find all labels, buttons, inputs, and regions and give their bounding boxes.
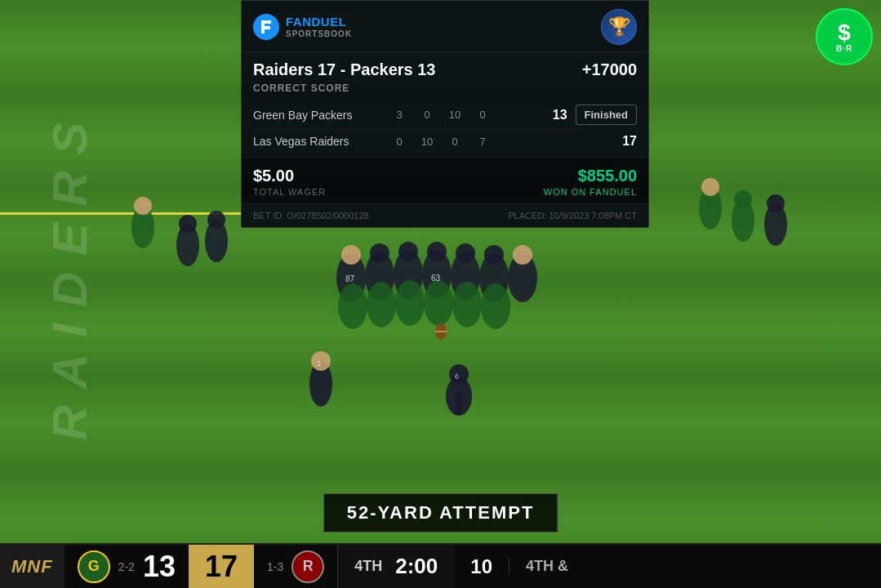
svg-point-8: [370, 243, 389, 263]
svg-text:87: 87: [345, 274, 355, 283]
packers-score: 13: [143, 550, 176, 584]
fanduel-logo: FANDUEL SPORTSBOOK: [253, 14, 352, 40]
packers-record: 2-2: [118, 560, 135, 573]
q3-raiders: 0: [447, 136, 462, 148]
score-quarters-raiders: 0 10 0 7: [392, 136, 614, 148]
br-circle: $ B·R: [816, 8, 873, 65]
br-dollar-icon: $: [838, 21, 851, 44]
next-down-label: 4TH &: [509, 558, 585, 575]
svg-point-14: [338, 283, 367, 329]
total-packers: 13: [545, 108, 567, 122]
won-label: WON ON FANDUEL: [544, 187, 637, 197]
bet-id: BET ID: O/0278502/0000128: [253, 211, 369, 220]
score-divider: 17: [189, 545, 254, 588]
network-label: MNF: [0, 545, 65, 588]
fanduel-card: FANDUEL SPORTSBOOK 🏆 Raiders 17 - Packer…: [241, 0, 649, 228]
bet-type: CORRECT SCORE: [242, 82, 648, 100]
score-row-raiders: Las Vegas Raiders 0 10 0 7 17: [253, 130, 637, 153]
fanduel-icon: [253, 14, 279, 40]
game-clock: 2:00: [395, 554, 438, 579]
finished-badge: Finished: [576, 105, 637, 125]
wager-label: TOTAL WAGER: [253, 187, 326, 197]
svg-point-13: [513, 245, 532, 265]
fanduel-header: FANDUEL SPORTSBOOK 🏆: [242, 1, 648, 52]
svg-point-15: [367, 282, 396, 327]
packers-logo: G: [78, 550, 110, 583]
bet-title: Raiders 17 - Packers 13: [253, 60, 436, 79]
fanduel-brand-name: FANDUEL: [286, 16, 352, 29]
team-right-section: 1-3 R: [254, 545, 337, 588]
svg-text:2: 2: [317, 359, 321, 368]
q2-packers: 0: [420, 109, 434, 121]
quarter-label: 4TH: [354, 558, 382, 575]
fanduel-sportsbook-label: SPORTSBOOK: [286, 29, 352, 38]
q3-packers: 10: [447, 109, 462, 121]
q1-packers: 3: [392, 109, 407, 121]
svg-text:63: 63: [431, 274, 441, 283]
bet-odds: +17000: [582, 60, 637, 79]
svg-point-36: [134, 197, 152, 215]
down-score: 10: [454, 555, 509, 578]
br-initials: B·R: [836, 44, 852, 53]
bet-title-row: Raiders 17 - Packers 13 +17000: [242, 52, 648, 82]
svg-point-7: [341, 245, 361, 265]
raiders-logo: R: [291, 550, 324, 583]
team-left-section: G 2-2 13: [65, 545, 189, 588]
score-row-packers: Green Bay Packers 3 0 10 0 13 Finished: [253, 100, 637, 130]
raiders-record: 1-3: [267, 560, 283, 573]
svg-point-9: [398, 242, 418, 261]
svg-point-19: [481, 283, 510, 329]
svg-text:6: 6: [455, 372, 459, 381]
wager-row: $5.00 TOTAL WAGER $855.00 WON ON FANDUEL: [242, 158, 648, 203]
svg-point-10: [427, 242, 447, 261]
bet-placed: PLACED: 10/9/2023 7:08PM CT: [508, 211, 637, 220]
svg-point-40: [207, 211, 225, 229]
raiders-abbr: R: [303, 558, 314, 575]
svg-point-34: [767, 194, 785, 212]
packers-abbr: G: [88, 558, 100, 575]
q1-raiders: 0: [392, 136, 407, 148]
svg-point-30: [701, 178, 719, 196]
wager-info: $5.00 TOTAL WAGER: [253, 167, 326, 197]
svg-point-32: [734, 190, 752, 208]
fanduel-text: FANDUEL SPORTSBOOK: [286, 16, 352, 38]
svg-point-16: [395, 280, 425, 326]
svg-point-12: [484, 245, 504, 265]
q4-packers: 0: [475, 109, 490, 121]
bet-footer: BET ID: O/0278502/0000128 PLACED: 10/9/2…: [242, 203, 648, 227]
attempt-banner: 52-YARD ATTEMPT: [323, 493, 558, 532]
svg-point-38: [179, 215, 197, 233]
raiders-score: 17: [205, 550, 238, 584]
quarter-info: 4TH 2:00: [337, 545, 454, 588]
scoreboard-bar: MNF G 2-2 13 17 1-3 R 4TH 2:00 10 4TH &: [0, 543, 881, 588]
q2-raiders: 10: [420, 136, 434, 148]
svg-point-18: [452, 282, 482, 327]
q4-raiders: 7: [475, 136, 490, 148]
svg-point-11: [456, 243, 475, 263]
won-info: $855.00 WON ON FANDUEL: [544, 167, 637, 197]
trophy-icon: 🏆: [601, 9, 637, 45]
won-amount: $855.00: [544, 167, 637, 185]
team-name-raiders: Las Vegas Raiders: [253, 135, 392, 148]
scores-table: Green Bay Packers 3 0 10 0 13 Finished L…: [242, 100, 648, 158]
team-name-packers: Green Bay Packers: [253, 109, 392, 122]
br-logo: $ B·R: [816, 8, 873, 65]
attempt-text: 52-YARD ATTEMPT: [347, 502, 535, 523]
svg-point-17: [424, 280, 453, 326]
score-quarters-packers: 3 0 10 0: [392, 109, 545, 121]
total-raiders: 17: [614, 134, 637, 149]
wager-amount: $5.00: [253, 167, 326, 185]
